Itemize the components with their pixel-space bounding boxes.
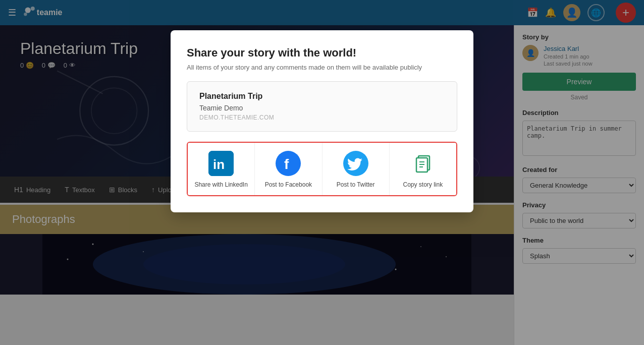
- linkedin-icon: in: [208, 151, 234, 176]
- twitter-icon: [343, 151, 368, 176]
- facebook-icon: f: [276, 151, 301, 176]
- modal-domain: DEMO.THETEAMIE.COM: [199, 114, 445, 121]
- modal-overlay[interactable]: Share your story with the world! All ite…: [0, 0, 644, 345]
- linkedin-label: Share with LinkedIn: [194, 181, 247, 188]
- twitter-label: Post to Twitter: [337, 181, 375, 188]
- twitter-share-option[interactable]: Post to Twitter: [323, 143, 390, 195]
- share-options-row: in Share with LinkedIn f Post to Faceboo…: [187, 142, 457, 196]
- linkedin-share-option[interactable]: in Share with LinkedIn: [188, 143, 255, 195]
- copy-link-label: Copy story link: [403, 181, 443, 188]
- share-modal: Share your story with the world! All ite…: [171, 30, 473, 212]
- facebook-share-option[interactable]: f Post to Facebook: [255, 143, 322, 195]
- facebook-label: Post to Facebook: [265, 181, 312, 188]
- modal-story-name: Planetarium Trip: [199, 92, 445, 101]
- modal-title: Share your story with the world!: [187, 46, 457, 60]
- modal-team-name: Teamie Demo: [199, 104, 445, 112]
- svg-text:in: in: [213, 157, 225, 172]
- story-card: Planetarium Trip Teamie Demo DEMO.THETEA…: [187, 81, 457, 132]
- copy-link-icon: [410, 151, 436, 176]
- modal-subtitle: All items of your story and any comments…: [187, 64, 457, 71]
- copy-link-option[interactable]: Copy story link: [390, 143, 456, 195]
- svg-text:f: f: [284, 156, 289, 172]
